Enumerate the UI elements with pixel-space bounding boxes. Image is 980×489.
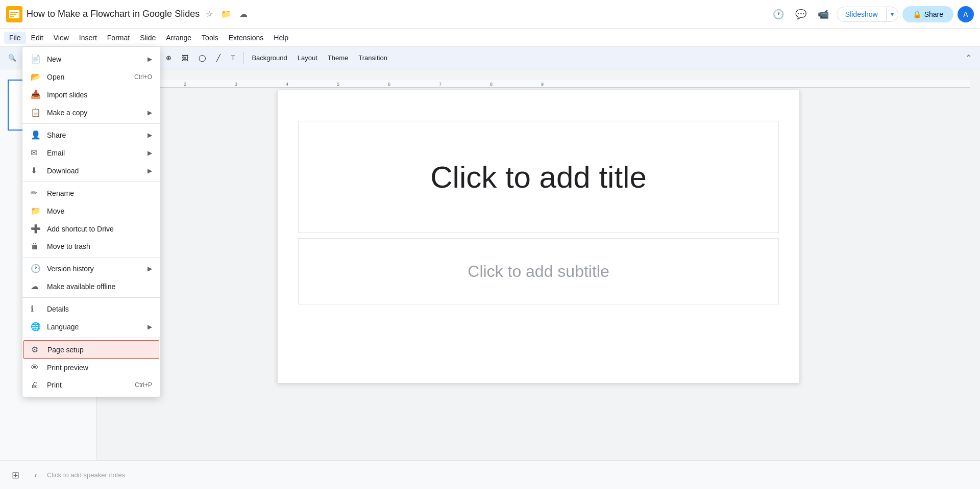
theme-btn[interactable]: Theme — [324, 52, 352, 64]
toolbar-redo-btn[interactable]: ↪ — [45, 52, 59, 64]
toolbar: 🔍 ↩ ↪ 🖨 − 100% + ↖ ⊕ 🖼 ◯ ╱ T Background … — [0, 47, 980, 69]
meet-icon[interactable]: 📹 — [814, 5, 832, 23]
menu-item-arrange[interactable]: Arrange — [161, 32, 197, 44]
svg-text:7: 7 — [439, 82, 442, 87]
menu-item-edit[interactable]: Edit — [26, 32, 48, 44]
bottom-toolbar: ⊞ ‹ Click to add speaker notes — [0, 460, 980, 489]
toolbar-sep-2 — [80, 52, 80, 64]
svg-text:4: 4 — [286, 82, 288, 87]
share-lock-icon: 🔒 — [913, 10, 921, 18]
slide-thumbnail[interactable]: Click to add title — [8, 80, 89, 131]
slideshow-label[interactable]: Slideshow — [837, 7, 887, 21]
slideshow-dropdown-arrow[interactable]: ▾ — [887, 8, 898, 21]
menu-bar: File Edit View Insert Format Slide Arran… — [0, 29, 980, 47]
horizontal-ruler: 1 2 3 4 5 6 7 8 9 — [107, 80, 970, 88]
cloud-icon[interactable]: ☁ — [237, 7, 250, 21]
menu-item-help[interactable]: Help — [268, 32, 293, 44]
svg-rect-3 — [10, 14, 16, 15]
main-area: 1 Click to add title 1 2 3 4 5 6 7 8 9 — [0, 69, 980, 489]
svg-rect-4 — [10, 16, 14, 17]
title-icons: ☆ 📁 ☁ — [204, 7, 250, 21]
transition-btn[interactable]: Transition — [354, 52, 391, 64]
toolbar-shape-btn[interactable]: ◯ — [194, 52, 210, 64]
share-button[interactable]: 🔒 Share — [902, 6, 953, 22]
svg-text:2: 2 — [184, 82, 186, 87]
svg-text:5: 5 — [337, 82, 339, 87]
app-icon — [6, 6, 22, 22]
svg-text:8: 8 — [490, 82, 493, 87]
toolbar-select-btn[interactable]: ⊕ — [162, 52, 176, 64]
toolbar-sep-1 — [24, 52, 25, 64]
slideshow-button[interactable]: Slideshow ▾ — [837, 7, 898, 22]
layout-btn[interactable]: Layout — [293, 52, 322, 64]
slide-subtitle-placeholder: Click to add subtitle — [468, 262, 609, 281]
comments-icon[interactable]: 💬 — [792, 5, 810, 23]
slide-title-area[interactable]: Click to add title — [298, 121, 779, 233]
toolbar-print-btn[interactable]: 🖨 — [61, 52, 76, 64]
canvas-area: 1 2 3 4 5 6 7 8 9 Click to add title Cli… — [97, 69, 980, 489]
top-right-actions: 🕐 💬 📹 Slideshow ▾ 🔒 Share A — [769, 5, 974, 23]
share-label: Share — [924, 10, 943, 18]
svg-text:9: 9 — [541, 82, 544, 87]
user-avatar[interactable]: A — [958, 6, 974, 22]
toolbar-line-btn[interactable]: ╱ — [212, 52, 225, 64]
history-icon[interactable]: 🕐 — [769, 5, 788, 23]
svg-text:1: 1 — [133, 82, 135, 87]
menu-item-insert[interactable]: Insert — [74, 32, 102, 44]
menu-item-file[interactable]: File — [4, 32, 26, 44]
svg-text:3: 3 — [235, 82, 237, 87]
toolbar-image-btn[interactable]: 🖼 — [178, 52, 192, 64]
menu-item-tools[interactable]: Tools — [197, 32, 224, 44]
svg-text:6: 6 — [388, 82, 390, 87]
grid-view-btn[interactable]: ⊞ — [6, 466, 24, 484]
menu-item-format[interactable]: Format — [102, 32, 135, 44]
slide-subtitle-area[interactable]: Click to add subtitle — [298, 238, 779, 304]
toolbar-cursor-btn[interactable]: ↖ — [146, 52, 160, 64]
toolbar-sep-3 — [141, 52, 142, 64]
toolbar-undo-btn[interactable]: ↩ — [29, 52, 43, 64]
star-icon[interactable]: ☆ — [204, 7, 215, 21]
toolbar-zoom-in[interactable]: + — [126, 52, 138, 64]
top-bar: How to Make a Flowchart in Google Slides… — [0, 0, 980, 29]
background-btn[interactable]: Background — [248, 52, 291, 64]
toolbar-text-btn[interactable]: T — [227, 52, 239, 64]
svg-rect-2 — [10, 12, 18, 13]
toolbar-collapse-btn[interactable]: ⌃ — [961, 51, 976, 65]
slide-canvas[interactable]: Click to add title Click to add subtitle — [277, 90, 800, 383]
speaker-notes-text[interactable]: Click to add speaker notes — [47, 471, 125, 479]
toolbar-sep-4 — [243, 52, 243, 64]
document-title: How to Make a Flowchart in Google Slides — [27, 9, 200, 19]
toolbar-zoom-out[interactable]: − — [84, 52, 96, 64]
menu-item-slide[interactable]: Slide — [135, 32, 161, 44]
menu-item-view[interactable]: View — [48, 32, 74, 44]
slide-panel: 1 Click to add title — [0, 69, 97, 489]
folder-icon[interactable]: 📁 — [219, 7, 233, 21]
toolbar-zoom-level[interactable]: 100% — [99, 52, 124, 64]
slide-title-placeholder: Click to add title — [430, 160, 647, 195]
toolbar-search-btn[interactable]: 🔍 — [4, 52, 20, 64]
menu-item-extensions[interactable]: Extensions — [224, 32, 268, 44]
collapse-panel-btn[interactable]: ‹ — [29, 468, 43, 482]
